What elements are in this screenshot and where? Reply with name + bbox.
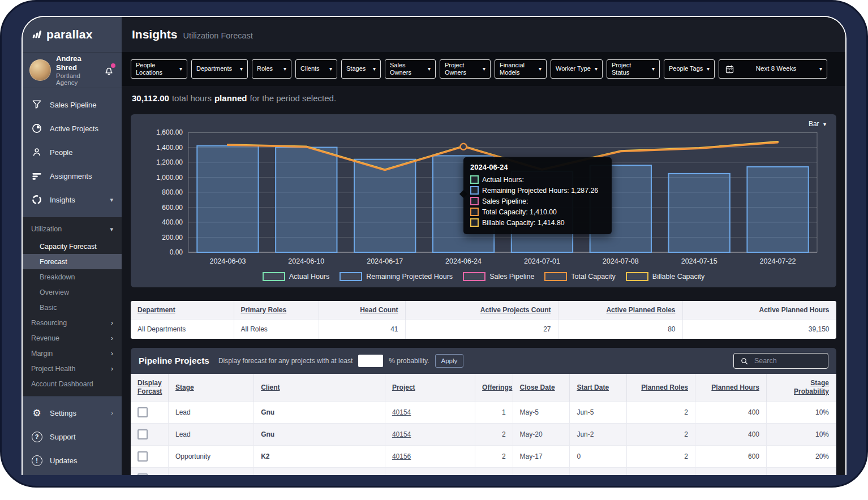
filter-people-locations[interactable]: People Locations▾	[131, 59, 187, 79]
svg-text:200.00: 200.00	[162, 234, 183, 242]
user-profile[interactable]: Andrea Shred Portland Agency	[23, 53, 122, 88]
chart-type-select[interactable]: Bar ▾	[809, 120, 826, 128]
project-link[interactable]: 40156	[392, 452, 411, 460]
sidebar-item-assignments[interactable]: Assignments	[23, 164, 122, 188]
table-cell: 2	[475, 446, 513, 468]
table-cell: 600	[695, 446, 767, 468]
legend-billable-capacity[interactable]: Billable Capacity	[626, 272, 704, 281]
legend-remaining-projected-hours[interactable]: Remaining Projected Hours	[340, 272, 453, 281]
tooltip-title: 2024-06-24	[470, 163, 605, 171]
svg-text:2024-07-01: 2024-07-01	[524, 257, 560, 265]
filter-sales-owners[interactable]: Sales Owners▾	[385, 59, 436, 79]
sidebar-item-account-dashboard[interactable]: Account Dashboard	[23, 376, 122, 391]
sidebar-item-active-projects[interactable]: Active Projects	[23, 117, 122, 140]
row-checkbox[interactable]	[137, 429, 148, 439]
sidebar-item-resourcing[interactable]: Resourcing›	[23, 315, 122, 330]
department-summary-table: DepartmentPrimary RolesHead CountActive …	[131, 301, 836, 339]
table-cell: All Roles	[234, 320, 319, 339]
chevron-right-icon: ›	[111, 318, 113, 327]
user-org: Portland Agency	[56, 72, 98, 86]
filter-clients[interactable]: Clients▾	[295, 59, 337, 79]
legend-total-capacity[interactable]: Total Capacity	[544, 272, 616, 281]
question-icon: ?	[31, 432, 42, 442]
brand-logo[interactable]: parallax	[23, 17, 122, 53]
svg-text:1,000.00: 1,000.00	[156, 174, 183, 182]
sidebar-item-sales-pipeline[interactable]: Sales Pipeline	[23, 93, 122, 117]
summary-line: 30,112.00 total hours planned for the pe…	[122, 86, 845, 110]
legend-sales-pipeline[interactable]: Sales Pipeline	[463, 272, 534, 281]
legend-actual-hours[interactable]: Actual Hours	[263, 272, 330, 281]
pipeline-table: Display ForcastStageClientProjectOfferin…	[131, 374, 836, 475]
checkbox-cell	[131, 402, 169, 424]
summary-text-a: total hours	[172, 93, 212, 103]
filter-people-tags[interactable]: People Tags▾	[664, 59, 715, 79]
chevron-down-icon: ▾	[110, 196, 113, 204]
filter-stages[interactable]: Stages▾	[341, 59, 381, 79]
department-table: DepartmentPrimary RolesHead CountActive …	[131, 301, 836, 339]
notification-dot	[111, 63, 115, 68]
checkbox-cell	[131, 446, 169, 468]
project-link[interactable]: 40154	[392, 408, 411, 416]
table-cell: May-10	[513, 468, 570, 476]
table-cell: 2	[627, 468, 695, 476]
sidebar-item-support[interactable]: ?Support	[23, 425, 122, 449]
sidebar-item-insights[interactable]: Insights▾	[23, 188, 122, 212]
subnav-group-utilization[interactable]: Utilization▾	[23, 219, 122, 239]
notification-bell-icon[interactable]	[103, 64, 115, 76]
project-link[interactable]: 40154	[392, 430, 411, 438]
project-link[interactable]: 40157	[392, 475, 411, 475]
search-icon	[738, 357, 750, 365]
tooltip-row: Sales Pipeline:	[470, 197, 605, 205]
filter-project-owners[interactable]: Project Owners▾	[440, 59, 491, 79]
sidebar-item-basic[interactable]: Basic	[23, 300, 122, 315]
probability-input[interactable]	[358, 355, 383, 367]
column-header-start-date: Start Date	[570, 374, 627, 402]
table-row: LeadGnu401542May-20Jun-2240010%	[131, 424, 836, 446]
sidebar-item-capacity-forecast[interactable]: Capacity Forecast	[23, 239, 122, 254]
filter-row: People Locations▾Departments▾Roles▾Clien…	[131, 59, 715, 79]
tooltip-rows: Actual Hours:Remaining Projected Hours: …	[470, 175, 605, 227]
chevron-down-icon: ▾	[373, 66, 376, 72]
sidebar-item-settings[interactable]: ⚙Settings›	[23, 401, 122, 425]
row-checkbox[interactable]	[137, 473, 148, 475]
row-checkbox[interactable]	[137, 407, 148, 417]
filter-financial-models[interactable]: Financial Models▾	[495, 59, 547, 79]
table-cell: May-20	[513, 424, 570, 446]
search-box[interactable]	[733, 353, 828, 369]
project-cell: 40154	[385, 402, 475, 424]
filter-worker-type[interactable]: Worker Type▾	[551, 59, 603, 79]
sidebar-item-breakdown[interactable]: Breakdown	[23, 269, 122, 285]
column-header-active-planned-roles: Active Planned Roles	[558, 301, 682, 320]
row-checkbox[interactable]	[137, 451, 148, 462]
sidebar-item-forecast[interactable]: Forecast	[23, 254, 122, 269]
stage-cell: Opportunity	[169, 446, 254, 468]
sidebar-item-people[interactable]: People	[23, 140, 122, 164]
search-input[interactable]	[753, 356, 823, 365]
filter-project-status[interactable]: Project Status▾	[607, 59, 660, 79]
table-cell: May-17	[513, 446, 570, 468]
column-header-planned-hours: Planned Hours	[695, 374, 767, 402]
pipeline-desc-after: % probability.	[389, 357, 429, 365]
forecast-chart-panel: Bar ▾ 0.00200.00400.00600.00800.001,000.…	[131, 114, 836, 287]
table-cell: 20%	[767, 446, 836, 468]
sidebar-item-project-health[interactable]: Project Health›	[23, 361, 122, 376]
filter-departments[interactable]: Departments▾	[191, 59, 248, 79]
person-icon	[31, 146, 42, 158]
table-cell: 20%	[767, 468, 836, 476]
date-range-select[interactable]: Next 8 Weeks ▾	[719, 59, 827, 79]
main-nav: Sales PipelineActive ProjectsPeopleAssig…	[23, 88, 122, 217]
table-cell: 500	[695, 468, 767, 476]
column-header-project: Project	[385, 374, 475, 402]
filter-roles[interactable]: Roles▾	[252, 59, 291, 79]
chevron-down-icon: ▾	[707, 66, 710, 72]
chevron-down-icon: ▾	[595, 66, 598, 72]
sidebar-item-margin[interactable]: Margin›	[23, 346, 122, 361]
sidebar-item-updates[interactable]: !Updates	[23, 449, 122, 472]
table-row: OpportunityK2401562May-170260020%	[131, 446, 836, 468]
table-cell: 41	[319, 320, 405, 339]
column-header-stage: Stage	[169, 374, 254, 402]
app-window: parallax Andrea Shred Portland Agency Sa…	[22, 16, 846, 475]
apply-button[interactable]: Apply	[435, 354, 464, 368]
sidebar-item-revenue[interactable]: Revenue›	[23, 330, 122, 346]
sidebar-item-overview[interactable]: Overview	[23, 285, 122, 300]
